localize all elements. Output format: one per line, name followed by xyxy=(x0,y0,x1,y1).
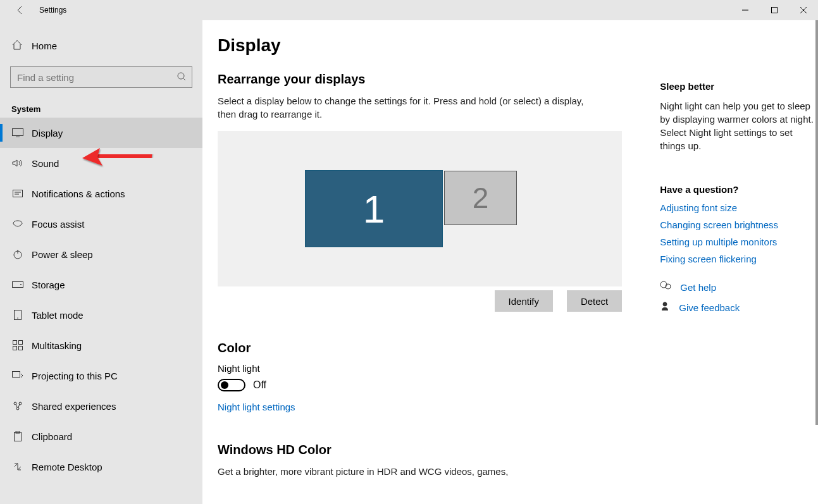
give-feedback-row[interactable]: Give feedback xyxy=(660,301,818,314)
night-light-state: Off xyxy=(253,379,266,391)
search-container xyxy=(10,66,192,88)
help-link-brightness[interactable]: Changing screen brightness xyxy=(660,219,818,230)
sidebar-item-storage[interactable]: Storage xyxy=(0,269,202,300)
svg-rect-27 xyxy=(15,433,22,441)
svg-point-14 xyxy=(20,284,22,285)
remote-desktop-icon xyxy=(11,462,24,472)
minimize-button[interactable] xyxy=(731,0,760,20)
monitor-arrangement: 1 2 xyxy=(218,131,622,286)
night-light-label: Night light xyxy=(218,363,622,374)
sidebar-item-focus-assist[interactable]: Focus assist xyxy=(0,209,202,239)
sidebar-item-shared-experiences[interactable]: Shared experiences xyxy=(0,391,202,421)
svg-line-25 xyxy=(16,404,17,407)
tablet-icon xyxy=(11,310,24,320)
focus-assist-icon xyxy=(11,219,24,229)
hd-color-desc: Get a brighter, more vibrant picture in … xyxy=(218,465,604,478)
display-icon xyxy=(11,128,24,137)
notifications-icon xyxy=(11,188,24,199)
sidebar-item-sound[interactable]: Sound xyxy=(0,148,202,178)
window-title: Settings xyxy=(39,6,66,15)
help-link-font-size[interactable]: Adjusting font size xyxy=(660,202,818,213)
svg-rect-6 xyxy=(13,129,23,136)
home-icon xyxy=(11,39,24,52)
search-icon xyxy=(177,72,186,81)
feedback-icon xyxy=(660,301,670,314)
titlebar: Settings xyxy=(0,0,818,20)
help-icon xyxy=(660,281,671,293)
svg-point-31 xyxy=(663,302,667,306)
give-feedback-link: Give feedback xyxy=(679,302,740,313)
sidebar-item-display[interactable]: Display xyxy=(0,118,202,148)
detect-button[interactable]: Detect xyxy=(567,290,622,312)
sidebar: Home System Display Sound Notifications … xyxy=(0,20,202,504)
svg-rect-18 xyxy=(19,341,23,345)
sleep-better-title: Sleep better xyxy=(660,81,818,92)
sidebar-item-clipboard[interactable]: Clipboard xyxy=(0,421,202,452)
scrollbar[interactable] xyxy=(815,20,818,425)
projecting-icon xyxy=(11,371,24,380)
svg-rect-20 xyxy=(19,347,23,350)
svg-line-26 xyxy=(18,404,20,407)
sidebar-item-remote-desktop[interactable]: Remote Desktop xyxy=(0,452,202,482)
svg-rect-8 xyxy=(13,190,23,197)
svg-point-24 xyxy=(16,407,19,410)
page-title: Display xyxy=(218,35,622,56)
night-light-toggle[interactable] xyxy=(218,379,245,391)
category-label: System xyxy=(0,95,202,118)
svg-line-5 xyxy=(183,78,185,80)
get-help-row[interactable]: Get help xyxy=(660,281,818,293)
shared-icon xyxy=(11,401,24,411)
svg-rect-1 xyxy=(772,8,778,13)
home-label: Home xyxy=(32,40,57,51)
multitasking-icon xyxy=(11,340,24,350)
identify-button[interactable]: Identify xyxy=(495,290,553,312)
night-light-settings-link[interactable]: Night light settings xyxy=(218,402,295,412)
monitor-1[interactable]: 1 xyxy=(305,170,443,247)
rearrange-title: Rearrange your displays xyxy=(218,72,622,87)
sleep-better-text: Night light can help you get to sleep by… xyxy=(660,99,818,152)
svg-point-4 xyxy=(178,73,184,79)
sound-icon xyxy=(11,159,24,168)
power-icon xyxy=(11,249,24,259)
clipboard-icon xyxy=(11,431,24,441)
storage-icon xyxy=(11,281,24,288)
sidebar-item-notifications[interactable]: Notifications & actions xyxy=(0,178,202,209)
close-button[interactable] xyxy=(789,0,818,20)
svg-rect-21 xyxy=(13,372,20,378)
back-button[interactable] xyxy=(10,5,30,15)
sidebar-item-tablet-mode[interactable]: Tablet mode xyxy=(0,300,202,330)
maximize-button[interactable] xyxy=(760,0,789,20)
rearrange-desc: Select a display below to change the set… xyxy=(218,94,604,121)
svg-rect-19 xyxy=(13,347,17,350)
color-title: Color xyxy=(218,341,622,355)
monitor-2[interactable]: 2 xyxy=(444,171,517,225)
svg-point-16 xyxy=(17,317,18,319)
svg-rect-17 xyxy=(13,341,17,345)
help-link-monitors[interactable]: Setting up multiple monitors xyxy=(660,237,818,247)
hd-color-title: Windows HD Color xyxy=(218,443,622,457)
sidebar-item-power-sleep[interactable]: Power & sleep xyxy=(0,239,202,269)
get-help-link: Get help xyxy=(680,282,716,293)
sidebar-item-multitasking[interactable]: Multitasking xyxy=(0,330,202,360)
sidebar-item-projecting[interactable]: Projecting to this PC xyxy=(0,360,202,391)
help-link-flickering[interactable]: Fixing screen flickering xyxy=(660,254,818,264)
search-input[interactable] xyxy=(10,66,192,88)
question-title: Have a question? xyxy=(660,184,818,195)
sidebar-home[interactable]: Home xyxy=(0,33,202,59)
